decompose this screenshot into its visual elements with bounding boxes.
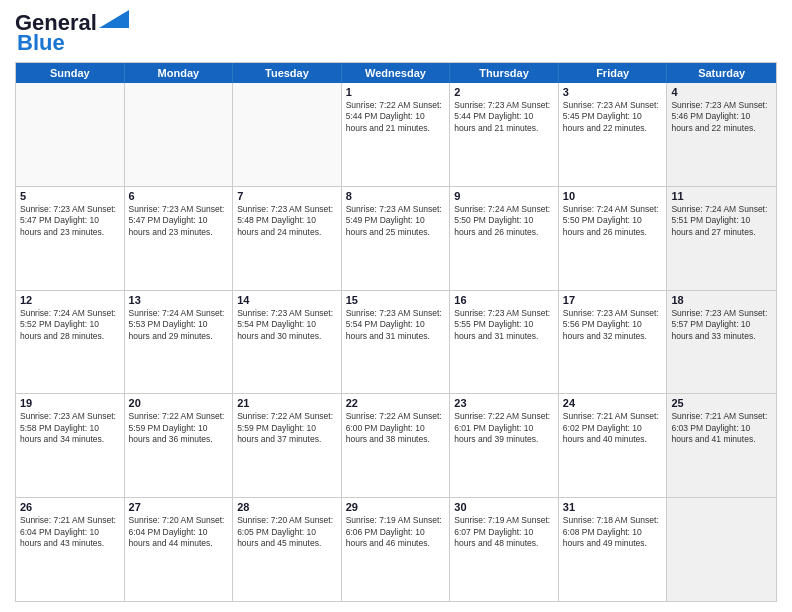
cal-cell-3-2: 21Sunrise: 7:22 AM Sunset: 5:59 PM Dayli… [233, 394, 342, 497]
week-row-3: 19Sunrise: 7:23 AM Sunset: 5:58 PM Dayli… [16, 394, 776, 498]
day-number: 24 [563, 397, 663, 409]
week-row-0: 1Sunrise: 7:22 AM Sunset: 5:44 PM Daylig… [16, 83, 776, 187]
day-info: Sunrise: 7:22 AM Sunset: 5:59 PM Dayligh… [129, 411, 229, 445]
day-number: 10 [563, 190, 663, 202]
day-info: Sunrise: 7:23 AM Sunset: 5:47 PM Dayligh… [129, 204, 229, 238]
day-number: 11 [671, 190, 772, 202]
cal-cell-4-6 [667, 498, 776, 601]
page: General Blue SundayMondayTuesdayWednesda… [0, 0, 792, 612]
header: General Blue [15, 10, 777, 56]
cal-cell-2-0: 12Sunrise: 7:24 AM Sunset: 5:52 PM Dayli… [16, 291, 125, 394]
day-number: 4 [671, 86, 772, 98]
day-number: 14 [237, 294, 337, 306]
header-cell-sunday: Sunday [16, 63, 125, 83]
logo-blue: Blue [17, 30, 65, 56]
cal-cell-4-2: 28Sunrise: 7:20 AM Sunset: 6:05 PM Dayli… [233, 498, 342, 601]
day-info: Sunrise: 7:21 AM Sunset: 6:02 PM Dayligh… [563, 411, 663, 445]
cal-cell-4-3: 29Sunrise: 7:19 AM Sunset: 6:06 PM Dayli… [342, 498, 451, 601]
day-info: Sunrise: 7:22 AM Sunset: 6:00 PM Dayligh… [346, 411, 446, 445]
cal-cell-0-4: 2Sunrise: 7:23 AM Sunset: 5:44 PM Daylig… [450, 83, 559, 186]
calendar: SundayMondayTuesdayWednesdayThursdayFrid… [15, 62, 777, 602]
day-number: 23 [454, 397, 554, 409]
cal-cell-0-5: 3Sunrise: 7:23 AM Sunset: 5:45 PM Daylig… [559, 83, 668, 186]
day-info: Sunrise: 7:23 AM Sunset: 5:57 PM Dayligh… [671, 308, 772, 342]
cal-cell-2-6: 18Sunrise: 7:23 AM Sunset: 5:57 PM Dayli… [667, 291, 776, 394]
day-info: Sunrise: 7:23 AM Sunset: 5:49 PM Dayligh… [346, 204, 446, 238]
day-info: Sunrise: 7:23 AM Sunset: 5:54 PM Dayligh… [346, 308, 446, 342]
day-number: 30 [454, 501, 554, 513]
cal-cell-1-1: 6Sunrise: 7:23 AM Sunset: 5:47 PM Daylig… [125, 187, 234, 290]
day-number: 21 [237, 397, 337, 409]
day-info: Sunrise: 7:22 AM Sunset: 6:01 PM Dayligh… [454, 411, 554, 445]
header-cell-saturday: Saturday [667, 63, 776, 83]
day-number: 31 [563, 501, 663, 513]
svg-marker-0 [99, 10, 129, 28]
day-info: Sunrise: 7:24 AM Sunset: 5:52 PM Dayligh… [20, 308, 120, 342]
day-number: 17 [563, 294, 663, 306]
header-cell-friday: Friday [559, 63, 668, 83]
header-cell-tuesday: Tuesday [233, 63, 342, 83]
cal-cell-3-4: 23Sunrise: 7:22 AM Sunset: 6:01 PM Dayli… [450, 394, 559, 497]
header-cell-wednesday: Wednesday [342, 63, 451, 83]
day-number: 19 [20, 397, 120, 409]
day-info: Sunrise: 7:24 AM Sunset: 5:50 PM Dayligh… [454, 204, 554, 238]
day-number: 2 [454, 86, 554, 98]
cal-cell-2-3: 15Sunrise: 7:23 AM Sunset: 5:54 PM Dayli… [342, 291, 451, 394]
day-info: Sunrise: 7:21 AM Sunset: 6:04 PM Dayligh… [20, 515, 120, 549]
cal-cell-2-4: 16Sunrise: 7:23 AM Sunset: 5:55 PM Dayli… [450, 291, 559, 394]
cal-cell-0-0 [16, 83, 125, 186]
day-info: Sunrise: 7:24 AM Sunset: 5:53 PM Dayligh… [129, 308, 229, 342]
day-number: 26 [20, 501, 120, 513]
day-info: Sunrise: 7:22 AM Sunset: 5:44 PM Dayligh… [346, 100, 446, 134]
cal-cell-1-6: 11Sunrise: 7:24 AM Sunset: 5:51 PM Dayli… [667, 187, 776, 290]
day-info: Sunrise: 7:23 AM Sunset: 5:54 PM Dayligh… [237, 308, 337, 342]
day-number: 13 [129, 294, 229, 306]
cal-cell-3-6: 25Sunrise: 7:21 AM Sunset: 6:03 PM Dayli… [667, 394, 776, 497]
day-info: Sunrise: 7:23 AM Sunset: 5:48 PM Dayligh… [237, 204, 337, 238]
cal-cell-0-3: 1Sunrise: 7:22 AM Sunset: 5:44 PM Daylig… [342, 83, 451, 186]
day-info: Sunrise: 7:23 AM Sunset: 5:55 PM Dayligh… [454, 308, 554, 342]
cal-cell-1-4: 9Sunrise: 7:24 AM Sunset: 5:50 PM Daylig… [450, 187, 559, 290]
day-info: Sunrise: 7:23 AM Sunset: 5:44 PM Dayligh… [454, 100, 554, 134]
day-info: Sunrise: 7:23 AM Sunset: 5:47 PM Dayligh… [20, 204, 120, 238]
day-number: 16 [454, 294, 554, 306]
day-number: 22 [346, 397, 446, 409]
cal-cell-3-3: 22Sunrise: 7:22 AM Sunset: 6:00 PM Dayli… [342, 394, 451, 497]
calendar-body: 1Sunrise: 7:22 AM Sunset: 5:44 PM Daylig… [16, 83, 776, 601]
cal-cell-0-6: 4Sunrise: 7:23 AM Sunset: 5:46 PM Daylig… [667, 83, 776, 186]
day-number: 20 [129, 397, 229, 409]
cal-cell-1-2: 7Sunrise: 7:23 AM Sunset: 5:48 PM Daylig… [233, 187, 342, 290]
cal-cell-1-3: 8Sunrise: 7:23 AM Sunset: 5:49 PM Daylig… [342, 187, 451, 290]
day-number: 29 [346, 501, 446, 513]
day-number: 9 [454, 190, 554, 202]
week-row-2: 12Sunrise: 7:24 AM Sunset: 5:52 PM Dayli… [16, 291, 776, 395]
day-number: 27 [129, 501, 229, 513]
calendar-header-row: SundayMondayTuesdayWednesdayThursdayFrid… [16, 63, 776, 83]
day-info: Sunrise: 7:20 AM Sunset: 6:04 PM Dayligh… [129, 515, 229, 549]
day-number: 7 [237, 190, 337, 202]
cal-cell-4-1: 27Sunrise: 7:20 AM Sunset: 6:04 PM Dayli… [125, 498, 234, 601]
week-row-4: 26Sunrise: 7:21 AM Sunset: 6:04 PM Dayli… [16, 498, 776, 601]
cal-cell-4-4: 30Sunrise: 7:19 AM Sunset: 6:07 PM Dayli… [450, 498, 559, 601]
header-cell-monday: Monday [125, 63, 234, 83]
cal-cell-3-0: 19Sunrise: 7:23 AM Sunset: 5:58 PM Dayli… [16, 394, 125, 497]
logo-arrow-icon [99, 10, 129, 28]
cal-cell-2-5: 17Sunrise: 7:23 AM Sunset: 5:56 PM Dayli… [559, 291, 668, 394]
day-info: Sunrise: 7:21 AM Sunset: 6:03 PM Dayligh… [671, 411, 772, 445]
day-info: Sunrise: 7:23 AM Sunset: 5:58 PM Dayligh… [20, 411, 120, 445]
day-number: 3 [563, 86, 663, 98]
header-cell-thursday: Thursday [450, 63, 559, 83]
day-number: 15 [346, 294, 446, 306]
day-number: 8 [346, 190, 446, 202]
day-info: Sunrise: 7:19 AM Sunset: 6:07 PM Dayligh… [454, 515, 554, 549]
day-info: Sunrise: 7:22 AM Sunset: 5:59 PM Dayligh… [237, 411, 337, 445]
day-number: 1 [346, 86, 446, 98]
logo: General Blue [15, 10, 129, 56]
day-number: 6 [129, 190, 229, 202]
day-number: 25 [671, 397, 772, 409]
day-number: 28 [237, 501, 337, 513]
day-info: Sunrise: 7:23 AM Sunset: 5:45 PM Dayligh… [563, 100, 663, 134]
day-info: Sunrise: 7:23 AM Sunset: 5:46 PM Dayligh… [671, 100, 772, 134]
week-row-1: 5Sunrise: 7:23 AM Sunset: 5:47 PM Daylig… [16, 187, 776, 291]
day-number: 12 [20, 294, 120, 306]
